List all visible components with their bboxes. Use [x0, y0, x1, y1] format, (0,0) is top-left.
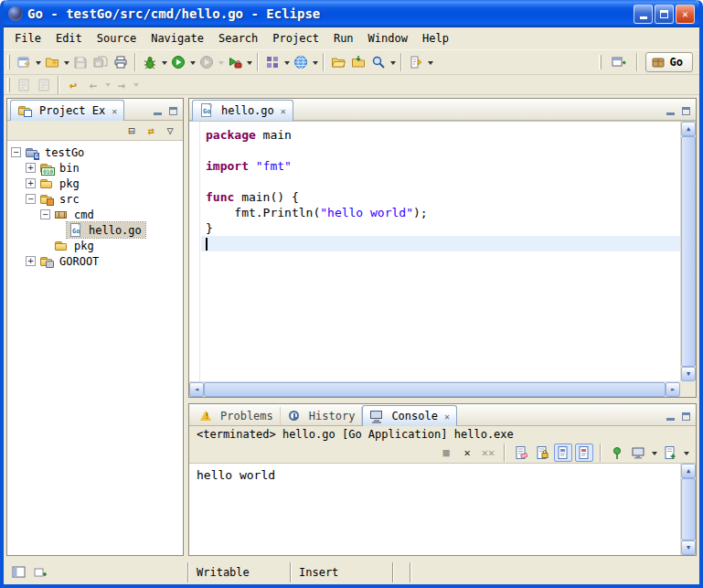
menu-navigate[interactable]: Navigate: [144, 29, 211, 48]
new-wizard-button[interactable]: [14, 52, 34, 72]
display-console-button[interactable]: [629, 444, 647, 462]
debug-dropdown[interactable]: [160, 52, 168, 72]
show-stdout-toggle[interactable]: [554, 444, 572, 462]
close-button[interactable]: ✕: [676, 5, 695, 24]
tree-item-cmd[interactable]: −cmd: [7, 207, 183, 222]
tree-item-pkg[interactable]: pkg: [7, 238, 183, 253]
next-annotation-button[interactable]: [406, 52, 426, 72]
code-line[interactable]: import "fmt": [201, 158, 680, 174]
tree-item-bin[interactable]: +bin: [7, 160, 183, 176]
scroll-down-button[interactable]: ▼: [681, 540, 696, 555]
close-view-icon[interactable]: ✕: [112, 106, 117, 116]
tree-item-pkg[interactable]: +pkg: [7, 176, 183, 191]
close-editor-icon[interactable]: ✕: [281, 106, 286, 116]
new-project-dropdown[interactable]: [62, 52, 70, 72]
close-console-icon[interactable]: ✕: [444, 412, 450, 422]
open-browser-button[interactable]: [291, 52, 311, 72]
project-explorer-tab[interactable]: Project Ex ✕: [10, 100, 124, 121]
tree-item-testgo[interactable]: −testGo: [7, 144, 183, 160]
history-tab[interactable]: History: [281, 407, 363, 425]
new-wizard-dropdown[interactable]: [34, 52, 42, 72]
scroll-right-button[interactable]: ►: [666, 382, 680, 397]
console-tab[interactable]: Console ✕: [362, 405, 457, 426]
debug-button[interactable]: [140, 52, 160, 72]
code-line[interactable]: func main() {: [201, 189, 680, 205]
tree-expander-minus-icon[interactable]: −: [40, 209, 50, 219]
toolbar-grip[interactable]: [7, 55, 10, 69]
scrollbar-track[interactable]: [204, 382, 666, 397]
annotation-ruler[interactable]: [189, 122, 200, 381]
new-go-element-button[interactable]: [262, 52, 282, 72]
console-vertical-scrollbar[interactable]: ▲ ▼: [680, 464, 696, 555]
maximize-button[interactable]: [655, 5, 674, 24]
title-bar[interactable]: Go - testGo/src/cmd/hello.go - Eclipse ✕: [4, 0, 699, 27]
external-tools-button[interactable]: [225, 52, 245, 72]
maximize-editor-button[interactable]: [680, 105, 691, 115]
code-line[interactable]: [201, 143, 680, 158]
open-browser-dropdown[interactable]: [311, 52, 319, 72]
minimize-view-button[interactable]: [152, 105, 163, 115]
problems-tab[interactable]: Problems: [192, 407, 281, 425]
editor-tab-hello-go[interactable]: hello.go ✕: [192, 100, 293, 121]
minimize-console-button[interactable]: [665, 411, 676, 421]
new-project-button[interactable]: [42, 52, 62, 72]
scroll-up-button[interactable]: ▲: [681, 122, 696, 136]
tree-item-hello-go[interactable]: hello.go: [7, 222, 183, 238]
menu-source[interactable]: Source: [90, 29, 144, 48]
view-menu-button[interactable]: ▽: [162, 123, 178, 139]
print-button[interactable]: [111, 52, 131, 72]
fast-view-icon[interactable]: [12, 565, 27, 580]
open-console-dropdown[interactable]: [682, 443, 690, 463]
import-folder-button[interactable]: [348, 52, 368, 72]
tree-item-src[interactable]: −src: [7, 191, 183, 207]
show-stderr-toggle[interactable]: [575, 444, 593, 462]
next-annotation-dropdown[interactable]: [426, 52, 434, 72]
editor-horizontal-scrollbar[interactable]: ◄ ►: [189, 381, 680, 397]
code-line[interactable]: fmt.Println("hello world");: [201, 205, 680, 220]
run-button[interactable]: [168, 52, 188, 72]
scrollbar-thumb[interactable]: [204, 382, 666, 397]
maximize-view-button[interactable]: [167, 105, 178, 115]
collapse-all-button[interactable]: ⊟: [123, 123, 140, 139]
go-perspective-button[interactable]: Go: [645, 52, 693, 72]
scrollbar-track[interactable]: [681, 136, 696, 367]
code-line[interactable]: }: [201, 220, 680, 236]
menu-project[interactable]: Project: [265, 29, 326, 48]
tree-item-goroot[interactable]: +GOROOT: [7, 253, 183, 269]
search-dropdown[interactable]: [389, 52, 397, 72]
pin-console-button[interactable]: [608, 444, 626, 462]
perspective-bar-grip[interactable]: [599, 55, 602, 69]
menu-search[interactable]: Search: [211, 29, 265, 48]
scrollbar-thumb[interactable]: [681, 478, 696, 540]
tree-expander-minus-icon[interactable]: −: [26, 194, 36, 204]
editor-vertical-scrollbar[interactable]: ▲ ▼: [680, 122, 696, 381]
tree-expander-plus-icon[interactable]: +: [26, 178, 36, 188]
open-perspective-button[interactable]: [609, 52, 629, 72]
scrollbar-thumb[interactable]: [681, 136, 696, 367]
open-folder-button[interactable]: [328, 52, 348, 72]
toolbar-grip[interactable]: [7, 78, 10, 92]
run-dropdown[interactable]: [188, 52, 197, 72]
scroll-down-button[interactable]: ▼: [681, 367, 696, 381]
console-output[interactable]: hello world: [189, 464, 680, 555]
tree-expander-plus-icon[interactable]: +: [26, 256, 36, 266]
menu-file[interactable]: File: [7, 29, 48, 48]
scroll-left-button[interactable]: ◄: [189, 382, 204, 397]
scroll-lock-button[interactable]: [533, 444, 551, 462]
minimize-button[interactable]: [634, 5, 653, 24]
code-line[interactable]: package main: [201, 127, 680, 143]
code-line[interactable]: [201, 236, 680, 251]
scroll-up-button[interactable]: ▲: [681, 464, 696, 478]
menu-run[interactable]: Run: [326, 29, 361, 48]
minimize-editor-button[interactable]: [665, 105, 676, 115]
new-go-element-dropdown[interactable]: [282, 52, 291, 72]
maximize-console-button[interactable]: [680, 411, 691, 421]
code-area[interactable]: package mainimport "fmt"func main() { fm…: [201, 122, 680, 381]
last-edit-location-button[interactable]: ↩: [63, 75, 83, 95]
tree-expander-plus-icon[interactable]: +: [26, 163, 36, 173]
link-with-editor-button[interactable]: ⇄: [143, 123, 159, 139]
menu-edit[interactable]: Edit: [48, 29, 90, 48]
scrollbar-track[interactable]: [681, 478, 696, 540]
tree-expander-minus-icon[interactable]: −: [11, 147, 21, 157]
clear-console-button[interactable]: [512, 444, 530, 462]
